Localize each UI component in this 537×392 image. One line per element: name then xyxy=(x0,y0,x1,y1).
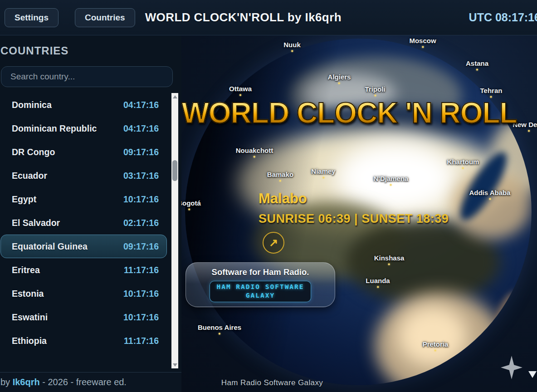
sunrise-sunset-text: SUNRISE 06:39 | SUNSET 18:39 xyxy=(259,212,449,226)
city-label[interactable]: Bamako xyxy=(267,171,293,178)
footer-author: Ik6qrh xyxy=(13,377,40,387)
country-name: Dominica xyxy=(12,100,52,110)
city-label[interactable]: Nouakchott xyxy=(236,147,273,154)
scroll-down-icon[interactable] xyxy=(171,361,178,368)
arrow-up-right-icon: ↗ xyxy=(269,236,278,249)
selected-city-info: Malabo SUNRISE 06:39 | SUNSET 18:39 ↗ xyxy=(259,191,449,254)
scrollbar-thumb[interactable] xyxy=(172,160,177,181)
city-label[interactable]: Pretoria xyxy=(423,340,449,348)
country-row[interactable]: Eritrea 11:17:16 xyxy=(0,258,167,282)
badge-logo-line1: HAM RADIO SOFTWARE xyxy=(216,283,304,291)
country-time: 11:17:16 xyxy=(124,336,159,346)
country-row[interactable]: DR Congo 09:17:16 xyxy=(0,140,167,164)
city-label[interactable]: Ottawa xyxy=(229,85,252,93)
country-row[interactable]: Dominican Republic 04:17:16 xyxy=(0,117,167,140)
world-map: Nuuk Moscow Astana Algiers Ottawa Tripol… xyxy=(181,35,537,392)
country-time: 10:17:16 xyxy=(123,289,159,299)
country-time: 09:17:16 xyxy=(123,147,159,157)
country-name: Ethiopia xyxy=(12,336,47,346)
city-name: Addis Ababa xyxy=(469,189,510,196)
city-name: Tehran xyxy=(480,87,503,94)
city-name: Bamako xyxy=(267,171,293,178)
country-time: 10:17:16 xyxy=(123,194,159,205)
city-label[interactable]: Addis Ababa xyxy=(469,189,510,196)
city-name: Kinshasa xyxy=(374,254,405,262)
country-row[interactable]: Estonia 10:17:16 xyxy=(0,282,167,305)
badge-logo-box: HAM RADIO SOFTWARE GALAXY xyxy=(210,281,311,303)
country-time: 09:17:16 xyxy=(123,241,159,252)
down-triangle-icon xyxy=(528,371,537,378)
country-row[interactable]: Dominica 04:17:16 xyxy=(0,93,167,117)
country-list: Dominica 04:17:16 Dominican Republic 04:… xyxy=(0,93,171,368)
city-label[interactable]: Tripoli xyxy=(365,85,386,93)
city-name: Buenos Aires xyxy=(198,323,241,331)
city-label[interactable]: Niamey xyxy=(311,167,335,175)
country-name: Ecuador xyxy=(12,171,47,181)
city-name: Nuuk xyxy=(283,41,301,49)
country-time: 04:17:16 xyxy=(123,100,159,110)
country-name: Eswatini xyxy=(12,312,48,323)
city-name: Astana xyxy=(466,59,488,67)
country-name: Dominican Republic xyxy=(12,123,97,134)
city-label[interactable]: Luanda xyxy=(366,277,390,284)
country-name: Eritrea xyxy=(12,265,40,275)
selected-city-name: Malabo xyxy=(259,191,449,207)
country-name: DR Congo xyxy=(12,147,55,157)
app-title: WORLD CLOCK'N'ROLL by Ik6qrh xyxy=(145,10,342,24)
list-scrollbar[interactable] xyxy=(171,93,178,368)
scroll-up-icon[interactable] xyxy=(171,93,178,100)
city-name: Nouakchott xyxy=(236,147,273,154)
country-row[interactable]: Equatorial Guinea 09:17:16 xyxy=(0,235,167,258)
country-row[interactable]: Egypt 10:17:16 xyxy=(0,187,167,211)
countries-sidebar: COUNTRIES Dominica 04:17:16 Dominican Re… xyxy=(0,35,181,392)
city-label[interactable]: Kinshasa xyxy=(374,254,405,262)
city-label[interactable]: Astana xyxy=(466,59,488,67)
city-name: Algiers xyxy=(328,73,351,81)
country-name: Estonia xyxy=(12,289,44,299)
city-name: Luanda xyxy=(366,277,390,284)
city-label[interactable]: Buenos Aires xyxy=(198,323,241,331)
city-name: Niamey xyxy=(311,167,335,175)
city-name: Khartoum xyxy=(447,158,479,166)
city-name: Tripoli xyxy=(365,85,386,93)
sparkle-icon xyxy=(501,356,522,379)
city-name: Ottawa xyxy=(229,85,252,93)
country-time: 04:17:16 xyxy=(123,123,159,134)
map-caption: Ham Radio Software Galaxy xyxy=(209,378,336,387)
city-label[interactable]: Tehran xyxy=(480,87,503,94)
city-label[interactable]: Nuuk xyxy=(283,41,301,49)
city-label[interactable]: Khartoum xyxy=(447,158,479,166)
country-row[interactable]: Ecuador 03:17:16 xyxy=(0,164,167,187)
country-name: El Salvador xyxy=(12,218,60,228)
search-input[interactable] xyxy=(1,66,173,87)
city-name: Pretoria xyxy=(423,340,449,348)
country-time: 11:17:16 xyxy=(124,265,159,275)
country-row[interactable]: Eswatini 10:17:16 xyxy=(0,305,167,329)
country-name: Equatorial Guinea xyxy=(12,241,88,252)
badge-logo-line2: GALAXY xyxy=(216,291,304,300)
country-time: 03:17:16 xyxy=(123,171,159,181)
countries-button[interactable]: Countries xyxy=(75,8,135,27)
city-label[interactable]: Bogotá xyxy=(181,199,201,207)
city-arrow-button[interactable]: ↗ xyxy=(263,232,284,254)
map-overlay-title: WORLD CLOCK 'N ROLL xyxy=(181,96,517,130)
country-row[interactable]: Ethiopia 11:17:16 xyxy=(0,329,167,353)
footer-prefix: by xyxy=(0,377,13,387)
top-bar: Settings Countries WORLD CLOCK'N'ROLL by… xyxy=(0,0,537,35)
city-name: Bogotá xyxy=(181,199,201,207)
utc-clock: UTC 08:17:16 xyxy=(469,11,537,24)
settings-button[interactable]: Settings xyxy=(5,8,59,27)
country-time: 10:17:16 xyxy=(123,312,159,323)
city-name: Moscow xyxy=(409,37,436,44)
city-label[interactable]: Algiers xyxy=(328,73,351,81)
city-name: N'Djamena xyxy=(374,175,409,182)
ham-radio-badge[interactable]: Software for Ham Radio. HAM RADIO SOFTWA… xyxy=(186,262,335,307)
sidebar-title: COUNTRIES xyxy=(0,44,68,57)
country-row[interactable]: El Salvador 02:17:16 xyxy=(0,211,167,235)
city-label[interactable]: Moscow xyxy=(409,37,436,44)
sidebar-footer: by Ik6qrh - 2026 - freeware ed. xyxy=(0,372,181,392)
world-clock-app: Settings Countries WORLD CLOCK'N'ROLL by… xyxy=(0,0,537,392)
country-time: 02:17:16 xyxy=(123,218,159,228)
city-label[interactable]: N'Djamena xyxy=(374,175,409,182)
country-name: Egypt xyxy=(12,194,36,205)
